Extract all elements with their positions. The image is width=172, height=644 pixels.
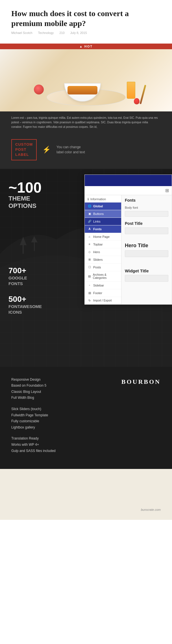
features-group3: Translation Ready Works with WP 4+ Gulp … (11, 436, 116, 454)
custom-post-label: CUSTOM POST LABEL (11, 139, 37, 160)
nav-item-sliders[interactable]: ⊞ Sliders (85, 256, 121, 264)
hero-title-input[interactable] (125, 250, 168, 257)
excerpt-p1: Lorem est – pars tua, triginta quinque m… (11, 116, 161, 125)
hero-title-label: Hero Title (125, 243, 168, 249)
fontawesome-label1: FONTAWESOME (8, 304, 42, 309)
hot-badge: HOT (0, 44, 172, 49)
blog-title: How much does it cost to convert a premi… (11, 8, 161, 28)
settings-header-bar (85, 175, 172, 186)
nav-item-posts[interactable]: ☐ Posts (85, 264, 121, 271)
theme-label-line1: THEME (8, 195, 42, 202)
nav-item-archives[interactable]: ▤ Archives & Categories (85, 271, 121, 282)
features-group2: Slick Sliders (touch) Fullwidth Page Tem… (11, 406, 116, 430)
nav-item-footer[interactable]: ▤ Footer (85, 289, 121, 297)
posts-icon: ☐ (88, 266, 92, 269)
nav-item-hero[interactable]: ◇ Hero (85, 248, 121, 256)
post-title-label: Post Title (125, 221, 168, 226)
bolt-icon: ⚡ (42, 146, 51, 154)
fontawesome-count: 500+ (8, 295, 42, 304)
nav-item-topbar[interactable]: ≡ Topbar (85, 241, 121, 248)
nav-info-header: ℹ Information (85, 195, 121, 203)
feature-item-6: Fullwidth Page Template (11, 412, 116, 419)
google-fonts-label1: GOOGLE (8, 275, 42, 281)
fonts-icon: A (88, 227, 92, 231)
fontawesome-block: 500+ FONTAWESOME ICONS (8, 295, 42, 315)
footer-domain: burocrate.com (141, 508, 161, 511)
footer-section: burocrate.com (0, 469, 172, 520)
bourbon-logo: BOURBON (121, 377, 161, 385)
sidebar-icon: ▫ (88, 284, 92, 287)
feature-item-7: Fully customizable (11, 418, 116, 425)
google-fonts-count: 700+ (8, 266, 42, 275)
widget-title-input[interactable] (125, 275, 168, 282)
feature-item-4: Full Width Blog (11, 395, 116, 401)
widget-title-label: Widget Title (125, 268, 168, 273)
settings-panel: ⊞ ℹ Information 🌐 Global ▣ Buttons 🔗 L (84, 175, 172, 305)
archives-icon: ▤ (88, 275, 91, 278)
nav-item-buttons[interactable]: ▣ Buttons (85, 210, 121, 218)
label-description: You can change label color and text (56, 145, 85, 155)
blog-meta: Michael Scotch Technology 210 July 8, 20… (11, 31, 161, 35)
features-list: Responsive Design Based on Foundation 5 … (11, 377, 116, 459)
excerpt-p2: conabor. Fugere hoc maior difficultas es… (11, 125, 161, 129)
links-icon: 🔗 (88, 220, 92, 223)
blog-date: July 8, 2015 (70, 31, 87, 35)
body-font-label: Body font (125, 206, 168, 209)
nav-item-homepage[interactable]: ⌂ Home Page (85, 233, 121, 241)
topbar-icon: ≡ (88, 243, 92, 246)
settings-nav: ℹ Information 🌐 Global ▣ Buttons 🔗 Links… (85, 195, 121, 304)
feature-item-8: Lightbox gallery (11, 425, 116, 431)
features-group1: Responsive Design Based on Foundation 5 … (11, 377, 116, 401)
home-icon: ⌂ (88, 235, 92, 238)
nav-item-links[interactable]: 🔗 Links (85, 218, 121, 225)
body-font-input[interactable] (125, 211, 168, 217)
nav-item-sidebar[interactable]: ▫ Sidebar (85, 282, 121, 289)
feature-item-2: Based on Foundation 5 (11, 383, 116, 389)
theme-label-line2: OPTIONS (8, 202, 42, 210)
blog-views: 210 (59, 31, 64, 35)
feature-item-3: Classic Blog Layout (11, 389, 116, 395)
post-title-input[interactable] (125, 227, 168, 234)
global-icon: 🌐 (88, 204, 92, 208)
info-icon: ℹ (88, 197, 89, 201)
google-fonts-block: 700+ GOOGLE FONTS (8, 266, 42, 286)
settings-body: ℹ Information 🌐 Global ▣ Buttons 🔗 Links… (85, 195, 172, 304)
feature-item-5: Slick Sliders (touch) (11, 406, 116, 412)
nav-item-global[interactable]: 🌐 Global (85, 203, 121, 210)
feature-item-10: Works with WP 4+ (11, 442, 116, 448)
nav-item-fonts[interactable]: A Fonts (85, 225, 121, 233)
import-export-icon: ↻ (88, 299, 92, 302)
blog-excerpt: Lorem est – pars tua, triginta quinque m… (0, 111, 172, 133)
google-fonts-label2: FONTS (8, 281, 42, 287)
blog-section: How much does it cost to convert a premi… (0, 0, 172, 44)
blog-category: Technology (38, 31, 54, 35)
blog-author: Michael Scotch (11, 31, 32, 35)
fontawesome-label2: ICONS (8, 309, 42, 315)
buttons-icon: ▣ (88, 212, 92, 215)
hero-icon: ◇ (88, 250, 92, 253)
custom-post-section: CUSTOM POST LABEL ⚡ You can change label… (0, 133, 172, 169)
theme-count: ~100 (8, 180, 42, 195)
settings-content: Fonts Body font Post Title Hero Title Wi… (121, 195, 172, 304)
grid-icon[interactable]: ⊞ (165, 188, 169, 193)
fonts-title: Fonts (125, 198, 168, 203)
feature-item-1: Responsive Design (11, 377, 116, 383)
settings-toolbar: ⊞ (85, 186, 172, 195)
feature-item-9: Translation Ready (11, 436, 116, 442)
feature-item-11: Gulp and SASS files included (11, 448, 116, 454)
features-section: Responsive Design Based on Foundation 5 … (0, 367, 172, 469)
blog-image (0, 49, 172, 111)
theme-options-section: ~100 THEME OPTIONS 700+ GOOGLE FONTS 500… (0, 169, 172, 367)
sliders-icon: ⊞ (88, 258, 92, 261)
nav-item-import-export[interactable]: ↻ Import / Export (85, 297, 121, 304)
theme-options-text: ~100 THEME OPTIONS 700+ GOOGLE FONTS 500… (8, 180, 42, 315)
footer-icon: ▤ (88, 291, 92, 294)
